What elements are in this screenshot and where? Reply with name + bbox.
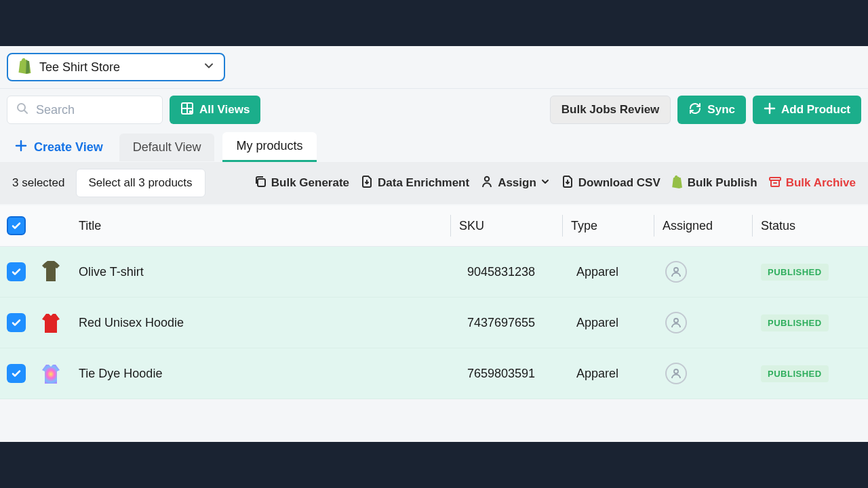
assignee-avatar[interactable] <box>665 363 687 384</box>
person-icon <box>480 175 494 192</box>
column-type: Type <box>571 219 651 233</box>
row-type: Apparel <box>576 367 656 381</box>
toolbar: All Views Bulk Jobs Review Sync Add Prod… <box>0 88 868 128</box>
row-status: PUBLISHED <box>761 314 861 331</box>
table-row[interactable]: Red Unisex Hoodie 7437697655 Apparel PUB… <box>0 298 868 348</box>
download-csv-action[interactable]: Download CSV <box>561 175 660 192</box>
column-sku: SKU <box>459 219 559 233</box>
column-separator <box>562 215 563 237</box>
column-separator <box>654 215 654 237</box>
add-product-label: Add Product <box>781 103 850 117</box>
bulk-generate-action[interactable]: Bulk Generate <box>254 175 349 192</box>
create-view-label: Create View <box>34 140 103 155</box>
row-title: Olive T-shirt <box>79 265 458 279</box>
sync-label: Sync <box>707 103 735 117</box>
column-separator <box>752 215 753 237</box>
row-checkbox[interactable] <box>7 262 26 281</box>
selected-count: 3 selected <box>12 176 65 190</box>
select-all-button[interactable]: Select all 3 products <box>76 169 205 197</box>
svg-point-5 <box>189 110 192 113</box>
row-checkbox[interactable] <box>7 313 26 332</box>
row-assigned <box>665 261 752 283</box>
plus-icon <box>15 140 27 155</box>
bulk-archive-action[interactable]: Bulk Archive <box>768 175 856 192</box>
data-enrichment-label: Data Enrichment <box>378 176 469 190</box>
svg-rect-10 <box>258 179 265 186</box>
row-status: PUBLISHED <box>761 365 861 382</box>
chevron-down-icon <box>540 176 550 190</box>
download-csv-label: Download CSV <box>578 176 660 190</box>
data-enrichment-action[interactable]: Data Enrichment <box>360 175 469 192</box>
svg-point-16 <box>674 369 678 373</box>
row-checkbox[interactable] <box>7 364 26 383</box>
archive-icon <box>768 175 782 192</box>
store-name: Tee Shirt Store <box>39 60 120 75</box>
import-icon <box>360 175 374 192</box>
assignee-avatar[interactable] <box>665 312 687 333</box>
search-icon <box>16 102 29 118</box>
store-dropdown[interactable]: Tee Shirt Store <box>7 53 225 81</box>
search-input[interactable] <box>36 103 154 117</box>
svg-rect-12 <box>770 178 781 180</box>
row-type: Apparel <box>576 316 656 330</box>
assign-action[interactable]: Assign <box>480 175 550 192</box>
assign-label: Assign <box>498 176 536 190</box>
all-views-button[interactable]: All Views <box>170 96 260 124</box>
app-container: Tee Shirt Store All Views Bulk Jobs Revi… <box>0 46 868 442</box>
status-badge: PUBLISHED <box>761 264 829 281</box>
select-all-checkbox[interactable] <box>7 216 26 235</box>
column-title: Title <box>79 219 448 233</box>
svg-line-1 <box>24 110 27 113</box>
column-status: Status <box>761 219 861 233</box>
row-title: Tie Dye Hoodie <box>79 367 458 381</box>
row-type: Apparel <box>576 265 656 279</box>
shopify-icon <box>18 58 33 77</box>
download-icon <box>561 175 574 192</box>
status-badge: PUBLISHED <box>761 314 829 331</box>
row-sku: 7659803591 <box>467 367 568 381</box>
shopify-icon <box>671 175 684 192</box>
status-badge: PUBLISHED <box>761 365 829 382</box>
assignee-avatar[interactable] <box>665 261 687 283</box>
add-product-button[interactable]: Add Product <box>753 96 861 124</box>
bulk-jobs-review-button[interactable]: Bulk Jobs Review <box>550 96 671 124</box>
grid-icon <box>180 102 194 119</box>
tab-default-view[interactable]: Default View <box>119 134 215 161</box>
tabs-row: Create View Default View My products <box>0 128 868 162</box>
row-assigned <box>665 312 752 333</box>
row-title: Red Unisex Hoodie <box>79 316 458 330</box>
sync-button[interactable]: Sync <box>677 96 746 124</box>
column-assigned: Assigned <box>663 219 749 233</box>
store-row: Tee Shirt Store <box>0 46 868 88</box>
column-separator <box>450 215 451 237</box>
svg-point-11 <box>485 176 489 180</box>
selection-bar: 3 selected Select all 3 products Bulk Ge… <box>0 162 868 204</box>
search-box[interactable] <box>7 96 163 124</box>
product-thumbnail <box>39 259 62 285</box>
table-row[interactable]: Olive T-shirt 9045831238 Apparel PUBLISH… <box>0 247 868 298</box>
product-thumbnail <box>39 361 62 386</box>
bulk-generate-label: Bulk Generate <box>271 176 349 190</box>
copy-icon <box>254 175 267 192</box>
all-views-label: All Views <box>199 103 250 117</box>
svg-point-15 <box>674 319 678 323</box>
refresh-icon <box>688 102 702 119</box>
table-row[interactable]: Tie Dye Hoodie 7659803591 Apparel PUBLIS… <box>0 348 868 399</box>
row-assigned <box>665 363 752 384</box>
bulk-archive-label: Bulk Archive <box>786 176 856 190</box>
row-sku: 7437697655 <box>467 316 568 330</box>
svg-point-14 <box>674 268 678 272</box>
bulk-publish-action[interactable]: Bulk Publish <box>671 175 757 192</box>
create-view-button[interactable]: Create View <box>7 134 111 161</box>
product-thumbnail <box>39 310 62 336</box>
tab-my-products[interactable]: My products <box>222 132 316 162</box>
table-header: Title SKU Type Assigned Status <box>0 205 868 247</box>
bulk-publish-label: Bulk Publish <box>688 176 757 190</box>
plus-icon <box>764 102 776 118</box>
table-body: Olive T-shirt 9045831238 Apparel PUBLISH… <box>0 247 868 399</box>
chevron-down-icon <box>203 60 214 74</box>
row-status: PUBLISHED <box>761 264 861 281</box>
row-sku: 9045831238 <box>467 265 568 279</box>
bulk-jobs-label: Bulk Jobs Review <box>561 103 660 117</box>
